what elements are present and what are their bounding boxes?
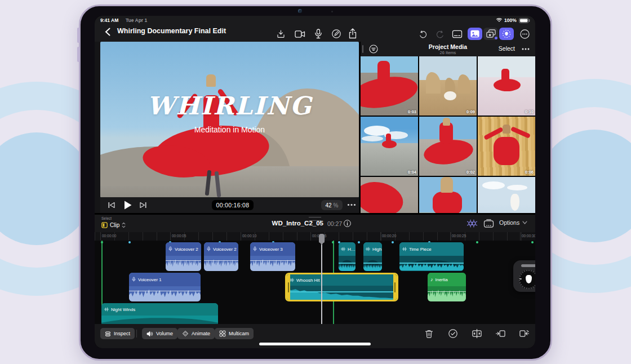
trim-handle-right[interactable] — [393, 274, 397, 300]
camera-icon[interactable] — [295, 30, 305, 38]
microphone-icon[interactable] — [314, 29, 322, 39]
multicam-grid-icon — [219, 330, 226, 337]
volume-button[interactable]: Volume — [142, 328, 177, 339]
zoom-level-control[interactable]: 42 % — [321, 200, 343, 210]
approve-button[interactable] — [448, 329, 458, 339]
skip-forward-icon[interactable] — [140, 202, 146, 208]
clip-label: High… — [372, 247, 382, 252]
panel-drag-handle[interactable] — [362, 45, 363, 53]
share-icon[interactable] — [348, 28, 357, 39]
thumb-duration: 0:04 — [408, 170, 416, 175]
screen: 9:41 AM Tue Apr 1 100% Whirling Document… — [95, 16, 535, 348]
clip-label: Voiceover 1 — [138, 277, 162, 282]
clip-label: Voiceover 2 — [175, 247, 198, 252]
back-button[interactable] — [105, 28, 111, 36]
skip-back-icon[interactable] — [108, 202, 115, 208]
split-clip-button[interactable] — [472, 329, 482, 339]
annotate-icon[interactable] — [331, 29, 341, 39]
video-viewer[interactable]: WHIRLING Meditation in Motion — [100, 42, 359, 197]
timecode-display[interactable]: 00:00:16:08 — [212, 200, 254, 210]
clip-voiceover2-b[interactable]: Voiceover 2 — [204, 242, 238, 271]
more-options-button[interactable] — [517, 28, 532, 40]
timeline-ruler[interactable]: 00:00:00 00:00:05 00:00:10 00:00:15 00:0… — [95, 232, 535, 241]
options-dropdown[interactable]: Options — [499, 219, 527, 226]
waveform-clip-icon — [402, 246, 407, 252]
top-toolbar: 9:41 AM Tue Apr 1 100% Whirling Document… — [95, 16, 535, 42]
thumb-duration: 0:10 — [525, 109, 534, 114]
clip-label: Inertia — [436, 277, 448, 282]
clip-time-piece[interactable]: Time Piece — [399, 242, 464, 271]
media-thumbnail[interactable] — [419, 177, 477, 213]
home-indicator[interactable] — [259, 343, 371, 345]
ruler-tick: 00:00:30 — [522, 234, 535, 238]
media-more-icon[interactable] — [522, 48, 530, 50]
jog-wheel-dial[interactable] — [519, 270, 535, 289]
play-button[interactable] — [124, 201, 132, 210]
media-browser-button[interactable] — [468, 28, 482, 40]
ruler-tick: 00:00:05 — [172, 234, 186, 238]
clip-tool-label: Clip — [110, 222, 119, 228]
music-note-icon: ♪ — [430, 277, 433, 282]
jog-wheel-handle[interactable] — [521, 264, 535, 267]
media-item-count: 26 Items — [400, 50, 496, 55]
video-title-overlay: WHIRLING — [100, 91, 359, 120]
clip-voiceover1[interactable]: Voiceover 1 — [129, 273, 201, 301]
clip-info-button[interactable] — [343, 219, 352, 228]
media-thumbnail[interactable]: 0:06 — [478, 117, 535, 176]
append-clip-button[interactable] — [519, 329, 530, 339]
clip-night-winds[interactable]: Night Winds — [101, 303, 218, 324]
redo-button[interactable] — [433, 28, 447, 40]
mic-clip-icon — [132, 277, 136, 282]
mic-clip-icon — [168, 246, 172, 252]
multicam-button[interactable]: Multicam — [215, 328, 254, 339]
animate-diamond-icon — [182, 330, 189, 337]
clip-voiceover3[interactable]: Voiceover 3 — [250, 242, 295, 271]
thumb-duration: 0:03 — [408, 109, 416, 114]
speaker-icon — [146, 331, 153, 337]
clip-voiceover2-a[interactable]: Voiceover 2 — [166, 242, 201, 271]
media-thumbnail[interactable] — [478, 177, 535, 213]
marker-dot — [392, 241, 394, 243]
marker-dot — [128, 241, 131, 243]
playhead-line[interactable] — [321, 241, 322, 324]
filter-icon[interactable] — [368, 44, 379, 54]
inspect-button[interactable]: Inspect — [100, 328, 135, 339]
clip-tool-dropdown[interactable]: Clip — [101, 222, 126, 228]
thumb-duration: 0:02 — [466, 170, 475, 175]
media-thumbnail[interactable]: 0:02 — [419, 117, 477, 176]
ruler-tick: 00:00:00 — [102, 234, 116, 238]
import-icon[interactable] — [276, 29, 286, 39]
clip-whoosh-hit-selected[interactable]: Whoosh Hit — [285, 273, 398, 301]
connect-clips-button[interactable] — [466, 219, 478, 228]
volume-label: Volume — [156, 331, 173, 336]
jog-wheel[interactable] — [513, 260, 535, 292]
select-button[interactable]: Select — [499, 45, 515, 52]
viewer-more-icon[interactable] — [347, 203, 356, 206]
inspect-icon — [105, 331, 111, 337]
animate-button[interactable]: Animate — [177, 328, 215, 339]
insert-clip-button[interactable] — [495, 329, 506, 339]
mic-clip-icon — [207, 246, 211, 252]
marker-dot — [476, 241, 478, 243]
marker-dot — [531, 241, 534, 243]
media-thumbnail[interactable]: 0:10 — [478, 56, 535, 116]
clip-inertia[interactable]: ♪ Inertia — [428, 273, 466, 301]
clip-h-effect[interactable]: H… — [339, 242, 356, 271]
playhead-handle[interactable] — [319, 234, 325, 243]
media-thumbnail[interactable]: 0:04 — [361, 117, 418, 176]
multicam-angles-button[interactable] — [483, 219, 494, 228]
jog-wheel-button[interactable] — [499, 28, 514, 40]
titles-button[interactable] — [450, 28, 464, 40]
clip-high-effect[interactable]: High… — [363, 242, 382, 271]
clip-label: Time Piece — [409, 247, 432, 252]
media-thumbnail[interactable]: 0:09 — [419, 56, 477, 116]
ipad-device: 9:41 AM Tue Apr 1 100% Whirling Document… — [79, 5, 552, 361]
undo-button[interactable] — [416, 28, 430, 40]
media-thumbnail[interactable] — [361, 177, 418, 213]
media-thumbnail[interactable]: 0:03 — [361, 56, 418, 116]
timeline-tracks[interactable]: Voiceover 2 Voiceover 2 Voiceover 3 — [95, 241, 535, 324]
trim-handle-left[interactable] — [287, 274, 290, 300]
clip-label: Voiceover 2 — [213, 247, 237, 252]
delete-button[interactable] — [424, 329, 434, 339]
clips-library-button[interactable] — [483, 28, 498, 40]
